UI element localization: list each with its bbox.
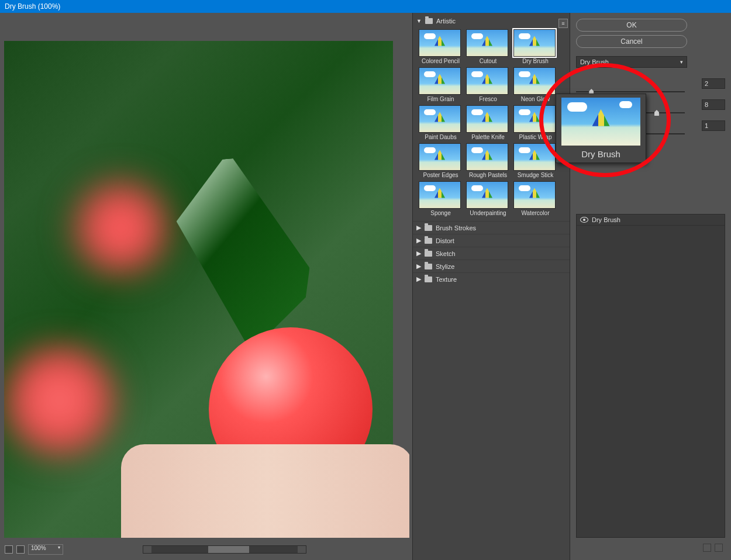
artistic-thumbnails: Colored PencilCutoutDry BrushFilm GrainF… [413,27,570,221]
ok-button[interactable]: OK [576,19,687,32]
triangle-right-icon: ▶ [416,250,421,257]
category-label: Artistic [436,18,456,25]
param-input-0[interactable] [702,78,725,89]
filter-thumb-watercolor[interactable]: Watercolor [513,181,557,216]
tooltip-thumbnail [561,98,640,146]
category-texture[interactable]: ▶Texture [413,272,570,285]
filter-thumb-fresco[interactable]: Fresco [466,67,510,102]
triangle-right-icon: ▶ [416,262,421,270]
filter-thumb-rough-pastels[interactable]: Rough Pastels [466,143,510,178]
param-row-0 [576,78,725,89]
effect-layers-panel: Dry Brush [576,214,725,538]
param-input-2[interactable] [702,120,725,131]
preview-toolbar: 100% ▾ [5,544,408,555]
preview-image [4,41,393,538]
new-effect-icon[interactable] [703,544,711,552]
horizontal-scrollbar[interactable] [143,545,306,554]
filter-thumb-sponge[interactable]: Sponge [419,181,463,216]
filter-dropdown[interactable]: Dry Brush ▾ [576,56,687,68]
zoom-out-button[interactable] [5,545,13,554]
cancel-button[interactable]: Cancel [576,35,687,48]
filter-thumb-colored-pencil[interactable]: Colored Pencil [419,29,463,64]
folder-icon [425,225,432,231]
effect-row[interactable]: Dry Brush [577,215,725,226]
category-brush-strokes[interactable]: ▶Brush Strokes [413,221,570,234]
category-artistic[interactable]: ▼ Artistic [413,15,570,27]
category-distort[interactable]: ▶Distort [413,234,570,247]
effect-footer [576,541,725,554]
filter-thumb-film-grain[interactable]: Film Grain [419,67,463,102]
folder-icon [425,238,432,244]
triangle-right-icon: ▶ [416,237,421,244]
filter-thumb-dry-brush[interactable]: Dry Brush [513,29,557,64]
filter-thumb-neon-glow[interactable]: Neon Glow [513,67,557,102]
triangle-right-icon: ▶ [416,275,421,283]
folder-icon [425,18,433,24]
tooltip-label: Dry Brush [581,149,620,159]
param-slider-0[interactable] [576,91,685,92]
filter-tooltip: Dry Brush [556,94,646,163]
chevron-down-icon: ▾ [680,59,683,65]
param-input-1[interactable] [702,99,725,110]
filter-thumb-paint-daubs[interactable]: Paint Daubs [419,105,463,140]
delete-effect-icon[interactable] [715,544,723,552]
window-title: Dry Brush (100%) [5,2,60,11]
filter-thumb-plastic-wrap[interactable]: Plastic Wrap [513,105,557,140]
triangle-right-icon: ▶ [416,224,421,231]
collapse-panel-icon[interactable]: ≡ [558,19,568,28]
filter-thumb-smudge-stick[interactable]: Smudge Stick [513,143,557,178]
category-stylize[interactable]: ▶Stylize [413,260,570,272]
folder-icon [425,264,432,269]
filter-thumb-underpainting[interactable]: Underpainting [466,181,510,216]
filter-thumb-cutout[interactable]: Cutout [466,29,510,64]
visibility-eye-icon[interactable] [580,217,588,223]
folder-icon [425,251,432,257]
preview-viewport[interactable] [4,41,409,545]
category-sketch[interactable]: ▶Sketch [413,247,570,260]
filter-gallery-pane: ▼ Artistic Colored PencilCutoutDry Brush… [412,13,570,560]
folder-icon [425,276,432,282]
title-bar: Dry Brush (100%) [0,0,731,13]
zoom-select[interactable]: 100% ▾ [28,544,63,555]
filter-thumb-palette-knife[interactable]: Palette Knife [466,105,510,140]
filter-thumb-poster-edges[interactable]: Poster Edges [419,143,463,178]
triangle-down-icon: ▼ [416,18,422,24]
zoom-fit-button[interactable] [16,545,25,554]
preview-pane: 100% ▾ [0,13,412,560]
